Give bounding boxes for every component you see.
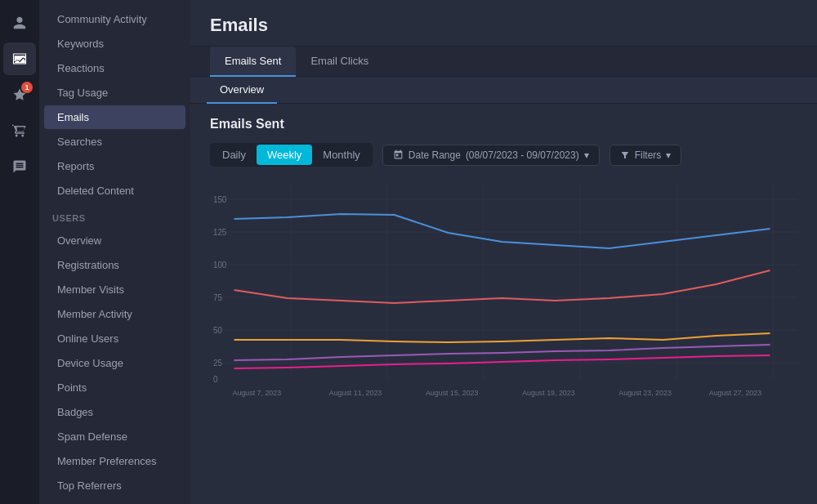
main-content: Emails Emails SentEmail Clicks Overview … <box>190 0 817 504</box>
shop-nav-icon[interactable] <box>3 114 36 147</box>
icon-rail: 1 <box>0 0 39 504</box>
sidebar-item-badges[interactable]: Badges <box>44 400 185 424</box>
sidebar-item-follow[interactable]: Follow <box>44 498 185 504</box>
moderation-nav-icon[interactable]: 1 <box>3 78 36 111</box>
svg-text:25: 25 <box>213 359 222 368</box>
sidebar-item-points[interactable]: Points <box>44 376 185 399</box>
sidebar-item-reactions[interactable]: Reactions <box>44 56 185 80</box>
chart-controls: DailyWeeklyMonthly Date Range (08/07/202… <box>210 143 797 167</box>
svg-text:August 27, 2023: August 27, 2023 <box>709 389 762 397</box>
filters-label: Filters <box>635 149 662 161</box>
sidebar-item-member-preferences[interactable]: Member Preferences <box>44 449 185 473</box>
svg-text:50: 50 <box>213 326 222 335</box>
period-btn-daily[interactable]: Daily <box>212 145 257 165</box>
date-range-label: Date Range <box>408 149 461 161</box>
period-btn-group: DailyWeeklyMonthly <box>210 143 373 167</box>
chart-area: Emails Sent DailyWeeklyMonthly Date Rang… <box>190 104 817 428</box>
sidebar-item-tag-usage[interactable]: Tag Usage <box>44 81 185 105</box>
svg-text:0: 0 <box>213 375 218 384</box>
svg-text:August 19, 2023: August 19, 2023 <box>522 389 575 397</box>
purple-line <box>234 345 770 360</box>
svg-text:150: 150 <box>213 195 227 204</box>
tab-email-clicks[interactable]: Email Clicks <box>296 47 383 77</box>
pink-line <box>234 355 770 368</box>
svg-text:August 23, 2023: August 23, 2023 <box>618 389 672 397</box>
date-range-button[interactable]: Date Range (08/07/2023 - 09/07/2023) ▾ <box>382 145 600 166</box>
period-btn-monthly[interactable]: Monthly <box>312 145 371 165</box>
date-range-chevron: ▾ <box>584 149 589 161</box>
sidebar-item-overview[interactable]: Overview <box>44 229 185 252</box>
sidebar-item-keywords[interactable]: Keywords <box>44 32 185 56</box>
sidebar-item-online-users[interactable]: Online Users <box>44 327 185 350</box>
page-header: Emails <box>190 0 817 47</box>
svg-text:125: 125 <box>213 228 227 237</box>
inner-content: Overview Emails Sent DailyWeeklyMonthly … <box>190 77 817 504</box>
tabs-bar: Emails SentEmail Clicks <box>190 47 817 77</box>
sidebar-item-reports[interactable]: Reports <box>44 154 185 178</box>
date-range-value: (08/07/2023 - 09/07/2023) <box>466 149 579 161</box>
tab-emails-sent[interactable]: Emails Sent <box>210 47 296 77</box>
blue-line <box>234 214 770 248</box>
svg-text:100: 100 <box>213 261 227 270</box>
sidebar-item-top-referrers[interactable]: Top Referrers <box>44 474 185 497</box>
sub-tab-overview[interactable]: Overview <box>207 77 277 104</box>
users-section-header: USERS <box>39 203 190 228</box>
svg-text:75: 75 <box>213 293 222 302</box>
page-title: Emails <box>210 15 797 36</box>
calendar-icon <box>393 149 404 160</box>
svg-text:August 11, 2023: August 11, 2023 <box>329 389 382 397</box>
sidebar-item-member-visits[interactable]: Member Visits <box>44 278 185 301</box>
sidebar-item-searches[interactable]: Searches <box>44 130 185 154</box>
sidebar-item-device-usage[interactable]: Device Usage <box>44 351 185 375</box>
line-chart: 0 25 50 75 100 125 150 August 7, 2023 Au… <box>210 183 797 412</box>
filters-button[interactable]: Filters ▾ <box>609 145 682 166</box>
svg-text:August 15, 2023: August 15, 2023 <box>426 389 479 397</box>
filters-chevron: ▾ <box>666 149 671 161</box>
sidebar: Community ActivityKeywordsReactionsTag U… <box>39 0 190 504</box>
sidebar-item-spam-defense[interactable]: Spam Defense <box>44 425 185 448</box>
chart-wrapper: 0 25 50 75 100 125 150 August 7, 2023 Au… <box>210 183 797 412</box>
sidebar-item-registrations[interactable]: Registrations <box>44 253 185 277</box>
period-btn-weekly[interactable]: Weekly <box>257 145 312 165</box>
sidebar-item-deleted-content[interactable]: Deleted Content <box>44 179 185 203</box>
sidebar-item-community-activity[interactable]: Community Activity <box>44 7 185 31</box>
sidebar-item-member-activity[interactable]: Member Activity <box>44 302 185 326</box>
orange-line <box>234 333 770 342</box>
filter-icon <box>620 150 630 160</box>
sidebar-item-emails[interactable]: Emails <box>44 105 185 129</box>
sub-tabs-bar: Overview <box>190 77 817 104</box>
analytics-nav-icon[interactable] <box>3 42 36 75</box>
red-line <box>234 270 770 303</box>
chat-nav-icon[interactable] <box>3 150 36 183</box>
user-nav-icon[interactable] <box>3 7 36 39</box>
svg-text:August 7, 2023: August 7, 2023 <box>233 389 282 397</box>
chart-title: Emails Sent <box>210 117 797 132</box>
badge-count: 1 <box>21 82 33 93</box>
